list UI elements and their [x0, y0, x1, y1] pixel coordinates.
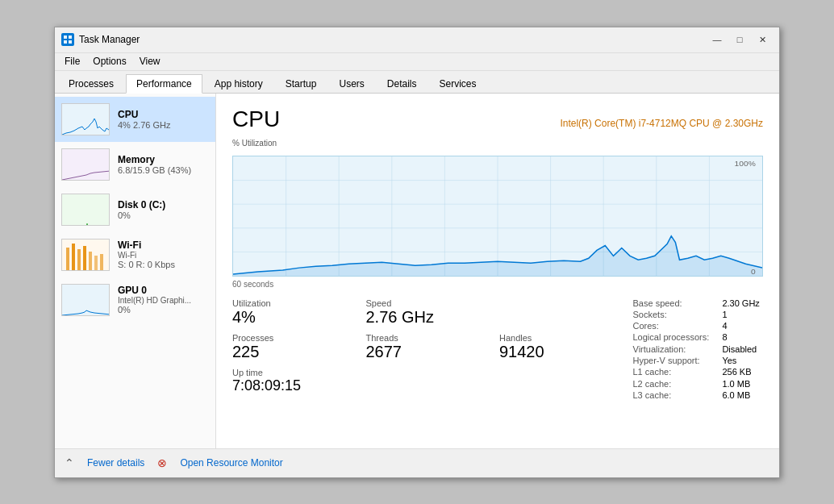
stat-utilization: Utilization 4% — [232, 298, 363, 327]
hyperv-value: Yes — [722, 356, 763, 365]
svg-rect-0 — [64, 35, 67, 39]
close-button[interactable]: ✕ — [752, 31, 773, 48]
chart-utilization-label: % Utilization — [232, 139, 763, 148]
tab-app-history[interactable]: App history — [204, 74, 273, 93]
l1-value: 256 KB — [722, 367, 763, 377]
sidebar-item-wifi[interactable]: Wi-Fi Wi-Fi S: 0 R: 0 Kbps — [55, 232, 215, 277]
gpu-info: GPU 0 Intel(R) HD Graphi... 0% — [118, 285, 209, 314]
memory-info: Memory 6.8/15.9 GB (43%) — [118, 154, 209, 175]
menu-file[interactable]: File — [58, 54, 86, 69]
svg-rect-13 — [94, 256, 98, 270]
tab-users[interactable]: Users — [328, 74, 374, 93]
l3-value: 6.0 MB — [722, 390, 763, 400]
cpu-model: Intel(R) Core(TM) i7-4712MQ CPU @ 2.30GH… — [560, 118, 763, 129]
title-bar: Task Manager — □ ✕ — [55, 27, 779, 53]
stat-uptime: Up time 7:08:09:15 — [232, 368, 363, 394]
utilization-label: Utilization — [232, 298, 363, 308]
minimize-button[interactable]: — — [707, 31, 728, 48]
tab-services[interactable]: Services — [429, 74, 487, 93]
uptime-value: 7:08:09:15 — [232, 377, 363, 394]
threads-label: Threads — [366, 333, 497, 343]
menu-view[interactable]: View — [133, 54, 167, 69]
threads-value: 2677 — [366, 343, 497, 361]
gpu-util: 0% — [118, 305, 209, 314]
svg-rect-2 — [64, 40, 67, 44]
processes-label: Processes — [232, 333, 363, 343]
tab-performance[interactable]: Performance — [126, 74, 202, 94]
cpu-header: CPU Intel(R) Core(TM) i7-4712MQ CPU @ 2.… — [232, 106, 763, 132]
window-title: Task Manager — [79, 34, 707, 45]
handles-value: 91420 — [499, 343, 630, 361]
tab-details[interactable]: Details — [377, 74, 427, 93]
speed-label: Speed — [366, 298, 497, 308]
maximize-button[interactable]: □ — [729, 31, 750, 48]
cpu-info: CPU 4% 2.76 GHz — [118, 109, 209, 130]
task-manager-window: Task Manager — □ ✕ File Options View Pro… — [54, 27, 780, 478]
svg-text:100%: 100% — [735, 159, 756, 168]
open-resource-monitor-link[interactable]: Open Resource Monitor — [180, 457, 282, 469]
stat-threads: Threads 2677 — [366, 333, 497, 361]
cpu-chart: 100% 0 — [232, 156, 763, 277]
svg-rect-4 — [62, 104, 110, 135]
sidebar: CPU 4% 2.76 GHz Memory 6.8/15.9 GB (43%) — [55, 94, 216, 448]
tab-startup[interactable]: Startup — [275, 74, 327, 93]
window-controls: — □ ✕ — [707, 31, 773, 48]
sockets-label: Sockets: — [633, 310, 713, 319]
resource-monitor-icon: ⊗ — [157, 456, 167, 469]
svg-rect-3 — [69, 40, 72, 44]
uptime-label: Up time — [232, 368, 363, 377]
chart-time-label: 60 seconds — [232, 280, 273, 289]
svg-rect-14 — [100, 254, 103, 270]
sockets-value: 1 — [722, 310, 763, 319]
wifi-info: Wi-Fi Wi-Fi S: 0 R: 0 Kbps — [118, 240, 209, 269]
cpu-sub: 4% 2.76 GHz — [118, 120, 209, 130]
memory-label: Memory — [118, 154, 209, 165]
disk-sub: 0% — [118, 210, 209, 220]
stat-processes: Processes 225 — [232, 333, 363, 361]
speed-value: 2.76 GHz — [366, 308, 497, 327]
memory-thumb — [61, 148, 110, 181]
tabs-bar: Processes Performance App history Startu… — [55, 71, 779, 94]
tab-processes[interactable]: Processes — [58, 74, 124, 93]
sidebar-item-disk[interactable]: Disk 0 (C:) 0% — [55, 187, 215, 232]
disk-label: Disk 0 (C:) — [118, 199, 209, 210]
wifi-speed: S: 0 R: 0 Kbps — [118, 260, 209, 269]
svg-rect-12 — [89, 252, 92, 270]
logical-value: 8 — [722, 332, 763, 342]
menu-bar: File Options View — [55, 53, 779, 71]
l2-label: L2 cache: — [633, 379, 713, 389]
gpu-model: Intel(R) HD Graphi... — [118, 296, 209, 305]
sidebar-item-memory[interactable]: Memory 6.8/15.9 GB (43%) — [55, 142, 215, 187]
memory-sub: 6.8/15.9 GB (43%) — [118, 165, 209, 175]
stat-handles: Handles 91420 — [499, 333, 630, 361]
chart-wrapper: 100% 0 60 seconds — [232, 156, 763, 289]
stats-grid: Utilization 4% Speed 2.76 GHz Base speed… — [232, 298, 763, 401]
disk-info: Disk 0 (C:) 0% — [118, 199, 209, 220]
wifi-name: Wi-Fi — [118, 251, 209, 260]
content-area: CPU 4% 2.76 GHz Memory 6.8/15.9 GB (43%) — [55, 94, 779, 448]
logical-label: Logical processors: — [633, 332, 713, 342]
hyperv-label: Hyper-V support: — [633, 356, 713, 365]
l2-value: 1.0 MB — [722, 379, 763, 389]
svg-rect-1 — [69, 35, 72, 39]
l3-label: L3 cache: — [633, 390, 713, 400]
handles-label: Handles — [499, 333, 630, 343]
base-speed-label: Base speed: — [633, 298, 713, 308]
svg-rect-5 — [62, 149, 110, 181]
utilization-value: 4% — [232, 308, 363, 327]
gpu-label: GPU 0 — [118, 285, 209, 296]
chevron-up-icon: ⌃ — [65, 456, 74, 469]
menu-options[interactable]: Options — [86, 54, 132, 69]
cpu-title: CPU — [232, 106, 280, 132]
main-panel: CPU Intel(R) Core(TM) i7-4712MQ CPU @ 2.… — [216, 94, 779, 448]
wifi-thumb — [61, 239, 110, 271]
cpu-label: CPU — [118, 109, 209, 120]
sidebar-item-gpu[interactable]: GPU 0 Intel(R) HD Graphi... 0% — [55, 277, 215, 323]
svg-rect-8 — [66, 248, 69, 270]
cores-label: Cores: — [633, 321, 713, 331]
info-table: Base speed: 2.30 GHz Sockets: 1 Cores: 4… — [633, 298, 764, 401]
sidebar-item-cpu[interactable]: CPU 4% 2.76 GHz — [55, 97, 215, 142]
base-speed-value: 2.30 GHz — [722, 298, 763, 308]
app-icon — [61, 33, 74, 46]
fewer-details-link[interactable]: Fewer details — [87, 457, 144, 469]
